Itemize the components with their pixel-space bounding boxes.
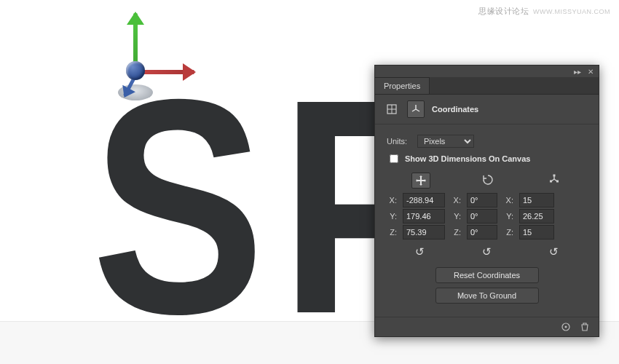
reset-pos-icon[interactable]: ↺ xyxy=(410,245,430,258)
pos-y-field[interactable]: 179.46 xyxy=(403,209,445,223)
svg-rect-5 xyxy=(550,181,552,183)
svg-rect-4 xyxy=(556,181,559,183)
units-label: Units: xyxy=(387,137,411,146)
rot-z-field[interactable]: 0° xyxy=(467,225,497,240)
letter-s[interactable]: S xyxy=(79,92,250,322)
scale-mode-icon[interactable] xyxy=(545,173,563,187)
render-settings-icon[interactable] xyxy=(561,322,572,332)
move-to-ground-button[interactable]: Move To Ground xyxy=(435,288,539,304)
pos-z-field[interactable]: 75.39 xyxy=(403,225,445,240)
rot-x-field[interactable]: 0° xyxy=(467,193,497,207)
reset-scl-icon[interactable]: ↺ xyxy=(543,245,564,258)
mesh-settings-icon[interactable] xyxy=(384,101,400,117)
svg-point-7 xyxy=(565,326,567,328)
panel-tabs: Properties xyxy=(375,77,599,95)
scl-z-field[interactable]: 15 xyxy=(519,225,554,240)
svg-rect-3 xyxy=(553,175,555,177)
scl-y-field[interactable]: 26.25 xyxy=(519,209,554,223)
move-mode-icon[interactable] xyxy=(411,173,430,189)
collapse-icon[interactable]: ▸▸ xyxy=(572,68,583,76)
rotate-mode-icon[interactable] xyxy=(479,173,497,187)
panel-toolbar: Coordinates xyxy=(375,95,599,124)
tab-properties[interactable]: Properties xyxy=(375,77,430,94)
panel-title-bar[interactable]: ▸▸ ✕ xyxy=(375,66,599,77)
canvas: S P 思缘设计论坛WWW.MISSYUAN.COM ▸▸ ✕ Properti… xyxy=(0,0,619,364)
close-icon[interactable]: ✕ xyxy=(586,68,596,76)
coordinates-icon[interactable] xyxy=(407,100,425,118)
show-3d-dimensions-checkbox[interactable]: Show 3D Dimensions On Canvas xyxy=(387,152,587,165)
reset-rot-icon[interactable]: ↺ xyxy=(476,245,497,258)
section-title: Coordinates xyxy=(432,105,478,114)
scl-x-field[interactable]: 15 xyxy=(519,193,554,207)
pos-x-field[interactable]: -288.94 xyxy=(403,193,445,207)
watermark: 思缘设计论坛WWW.MISSYUAN.COM xyxy=(478,6,610,17)
reset-coordinates-button[interactable]: Reset Coordinates xyxy=(435,267,539,283)
properties-panel: ▸▸ ✕ Properties Coordinates Units: Pixel… xyxy=(374,65,599,337)
panel-footer xyxy=(375,317,599,336)
rot-y-field[interactable]: 0° xyxy=(467,209,497,223)
trash-icon[interactable] xyxy=(580,322,591,332)
units-select[interactable]: Pixels xyxy=(417,135,474,148)
